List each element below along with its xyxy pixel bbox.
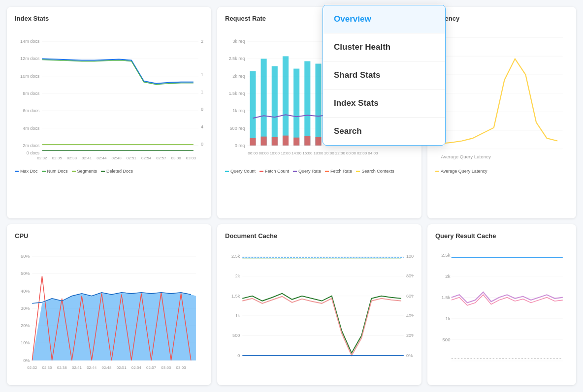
svg-text:120: 120: [201, 90, 203, 94]
svg-text:04:00: 04:00: [368, 151, 378, 155]
cpu-svg: 60% 50% 40% 30% 20% 10% 0% 02:32 02:35 0…: [15, 244, 203, 382]
svg-text:0 docs: 0 docs: [27, 151, 40, 155]
latency-card: Latency Average Query Latency Average Qu…: [427, 7, 576, 218]
svg-text:40: 40: [201, 124, 203, 129]
svg-rect-47: [261, 59, 267, 145]
svg-text:1.5k: 1.5k: [441, 295, 450, 300]
svg-text:10m docs: 10m docs: [20, 74, 40, 79]
svg-text:160: 160: [201, 72, 203, 77]
svg-rect-59: [261, 137, 267, 146]
svg-text:02:51: 02:51: [117, 365, 127, 370]
svg-text:02:57: 02:57: [146, 365, 157, 370]
svg-text:12:00: 12:00: [281, 151, 291, 155]
legend-dot-query-count: [225, 171, 229, 172]
index-stats-legend: Max Doc Num Docs Segments Deleted Docs: [15, 169, 203, 174]
svg-text:03:00: 03:00: [161, 365, 171, 370]
svg-text:0 req: 0 req: [235, 143, 245, 148]
svg-text:1.5k req: 1.5k req: [229, 91, 245, 96]
legend-query-count: Query Count: [225, 169, 256, 174]
svg-text:1k: 1k: [445, 316, 450, 321]
svg-text:6m docs: 6m docs: [23, 108, 40, 113]
document-cache-title: Document Cache: [225, 232, 414, 240]
query-result-cache-title: Query Result Cache: [435, 232, 568, 240]
svg-text:12m docs: 12m docs: [20, 56, 40, 61]
svg-text:14m docs: 14m docs: [20, 39, 40, 44]
legend-num-docs: Num Docs: [42, 169, 68, 174]
legend-dot-fetch-count: [259, 171, 263, 172]
legend-dot-max-doc: [15, 171, 19, 172]
svg-text:02:44: 02:44: [97, 156, 107, 160]
svg-text:10%: 10%: [21, 340, 30, 345]
svg-text:60%: 60%: [406, 294, 414, 299]
latency-svg: Average Query Latency: [435, 27, 568, 165]
legend-dot-query-rate: [293, 171, 297, 172]
legend-dot-fetch-rate: [325, 171, 329, 172]
svg-text:80%: 80%: [406, 273, 414, 278]
dropdown-item-index-stats[interactable]: Index Stats: [323, 90, 445, 118]
svg-text:20%: 20%: [406, 333, 414, 338]
legend-deleted-docs: Deleted Docs: [101, 169, 133, 174]
svg-text:2m docs: 2m docs: [23, 143, 40, 148]
query-result-cache-chart: 2.5k 2k 1.5k 1k 500: [435, 244, 568, 382]
legend-fetch-rate: Fetch Rate: [325, 169, 352, 174]
svg-text:8m docs: 8m docs: [23, 91, 40, 96]
svg-text:02:41: 02:41: [82, 156, 92, 160]
dropdown-item-overview[interactable]: Overview: [323, 5, 445, 33]
dropdown-item-search[interactable]: Search: [323, 118, 445, 145]
svg-text:40%: 40%: [21, 289, 30, 294]
svg-text:500 req: 500 req: [230, 126, 245, 131]
svg-rect-52: [315, 63, 321, 145]
svg-rect-60: [272, 137, 278, 146]
svg-text:02:00: 02:00: [357, 151, 367, 155]
legend-fetch-count: Fetch Count: [259, 169, 289, 174]
svg-text:16:00: 16:00: [302, 151, 313, 155]
svg-text:02:35: 02:35: [52, 156, 63, 160]
svg-text:0%: 0%: [23, 358, 30, 363]
svg-text:02:35: 02:35: [42, 365, 52, 370]
document-cache-chart: 2.5k 2k 1.5k 1k 500 0 100% 80% 60% 40% 2…: [225, 244, 414, 382]
dropdown-item-cluster-health[interactable]: Cluster Health: [323, 33, 445, 61]
svg-text:500: 500: [442, 337, 451, 342]
svg-text:20:00: 20:00: [324, 151, 335, 155]
svg-text:60%: 60%: [21, 254, 30, 259]
svg-rect-64: [315, 137, 321, 146]
svg-text:10:00: 10:00: [270, 151, 280, 155]
svg-text:200: 200: [201, 39, 203, 44]
svg-text:02:41: 02:41: [72, 365, 82, 370]
svg-text:2k: 2k: [445, 273, 450, 279]
svg-text:2.5k req: 2.5k req: [229, 56, 245, 61]
svg-rect-50: [293, 69, 299, 146]
svg-text:02:54: 02:54: [131, 365, 142, 370]
svg-text:06:00: 06:00: [248, 151, 258, 155]
dropdown-item-shard-stats[interactable]: Shard Stats: [323, 61, 445, 90]
svg-text:03:03: 03:03: [186, 156, 196, 160]
legend-dot-num-docs: [42, 171, 46, 172]
svg-text:02:51: 02:51: [127, 156, 137, 160]
legend-dot-deleted-docs: [101, 171, 105, 172]
svg-text:2.5k: 2.5k: [441, 252, 450, 258]
svg-text:20%: 20%: [21, 323, 30, 328]
svg-text:02:32: 02:32: [37, 156, 47, 160]
svg-text:14:00: 14:00: [292, 151, 302, 155]
nav-dropdown: Overview Cluster Health Shard Stats Inde…: [323, 5, 446, 146]
svg-text:Average Query Latency: Average Query Latency: [441, 154, 491, 159]
svg-text:50%: 50%: [21, 271, 30, 276]
svg-text:00:00: 00:00: [346, 151, 356, 155]
svg-text:80: 80: [201, 107, 203, 112]
svg-text:2.5k: 2.5k: [231, 254, 240, 259]
index-stats-chart: 14m docs 12m docs 10m docs 8m docs 6m do…: [15, 27, 203, 165]
svg-text:0: 0: [237, 353, 240, 358]
svg-text:1.5k: 1.5k: [231, 294, 240, 299]
svg-text:0: 0: [201, 142, 203, 147]
svg-text:2k req: 2k req: [232, 74, 245, 79]
svg-text:18:00: 18:00: [313, 151, 324, 155]
svg-rect-51: [304, 61, 310, 145]
legend-dot-avg-latency: [435, 171, 439, 172]
svg-rect-61: [283, 136, 289, 146]
svg-text:4m docs: 4m docs: [23, 126, 40, 131]
svg-text:02:48: 02:48: [112, 156, 122, 160]
svg-rect-46: [250, 71, 256, 146]
svg-text:02:44: 02:44: [87, 365, 97, 370]
svg-text:02:38: 02:38: [67, 156, 77, 160]
document-cache-card: Document Cache 2.5k 2k 1.5k 1k 500 0 100…: [217, 224, 421, 385]
